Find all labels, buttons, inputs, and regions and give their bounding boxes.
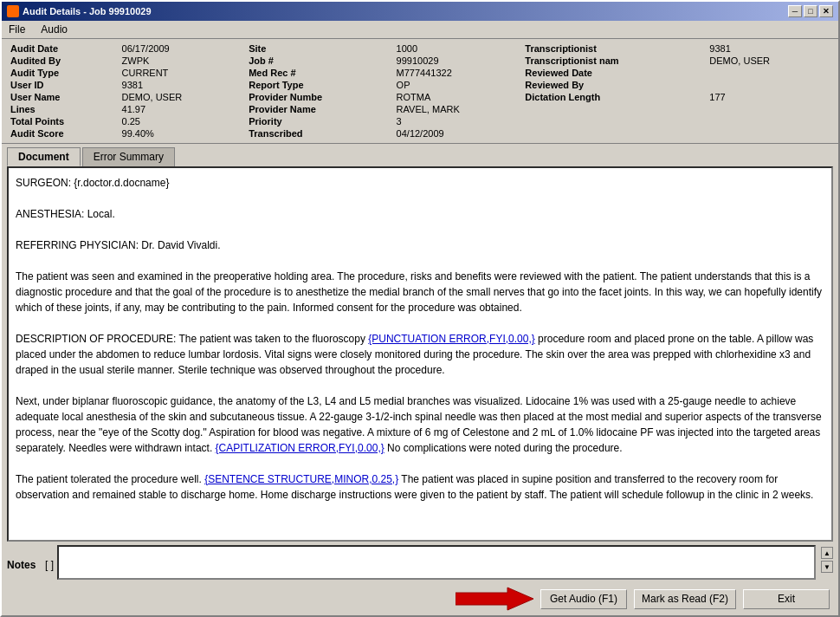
doc-tolerated-start: The patient tolerated the procedure well… — [16, 473, 204, 485]
value-audited-by: ZWPK — [119, 55, 246, 67]
doc-para1: The patient was seen and examined in the… — [16, 270, 822, 314]
label-reviewed-date: Reviewed Date — [521, 67, 706, 79]
label-audit-type: Audit Type — [7, 67, 119, 79]
value-priority: 3 — [393, 115, 522, 127]
label-user-id: User ID — [7, 79, 119, 91]
label-report-type: Report Type — [245, 79, 392, 91]
audit-info: Audit Date 06/17/2009 Site 1000 Transcri… — [2, 39, 838, 144]
doc-referring: REFERRING PHYSICIAN: Dr. David Vivaldi. — [16, 239, 221, 251]
menu-audio[interactable]: Audio — [37, 23, 71, 36]
doc-surgeon-line: SURGEON: {r.doctor.d.docname} — [16, 177, 169, 189]
title-bar-text: Audit Details - Job 99910029 — [7, 5, 152, 17]
label-med-rec: Med Rec # — [245, 67, 392, 79]
value-audit-date: 06/17/2009 — [119, 42, 246, 55]
doc-anesthesia: ANESTHESIA: Local. — [16, 208, 115, 220]
value-transcriptionist: 9381 — [706, 42, 833, 55]
value-med-rec: M777441322 — [393, 67, 522, 79]
tab-error-summary[interactable]: Error Summary — [82, 147, 175, 166]
error-capitalization[interactable]: {CAPITLIZATION ERROR,FYI,0.00,} — [216, 442, 384, 454]
minimize-button[interactable]: ─ — [788, 5, 802, 17]
notes-scroll-down[interactable]: ▼ — [821, 561, 833, 573]
maximize-button[interactable]: □ — [804, 5, 817, 17]
info-row: Audited By ZWPK Job # 99910029 Transcrip… — [7, 55, 833, 67]
error-punctuation[interactable]: {PUNCTUATION ERROR,FYI,0.00,} — [368, 333, 535, 345]
value-transcribed: 04/12/2009 — [393, 127, 522, 140]
window-icon — [7, 5, 19, 17]
label-transcriptionist-name: Transcriptionist nam — [521, 55, 706, 67]
value-audit-type: CURRENT — [119, 67, 246, 79]
title-bar-buttons: ─ □ ✕ — [788, 5, 833, 17]
info-row: Audit Date 06/17/2009 Site 1000 Transcri… — [7, 42, 833, 55]
label-audited-by: Audited By — [7, 55, 119, 67]
notes-bracket: [ ] — [45, 557, 54, 571]
value-reviewed-date — [706, 67, 833, 79]
label-site: Site — [245, 42, 392, 55]
label-provider-name: Provider Name — [245, 103, 392, 115]
notes-textarea[interactable] — [57, 545, 816, 580]
value-total-points: 0.25 — [119, 115, 246, 127]
label-transcriptionist: Transcriptionist — [521, 42, 706, 55]
error-sentence[interactable]: {SENTENCE STRUCTURE,MINOR,0.25,} — [204, 473, 398, 485]
svg-marker-0 — [456, 588, 533, 610]
doc-no-complications: No complications were noted during the p… — [384, 442, 623, 454]
info-row: Lines 41.97 Provider Name RAVEL, MARK — [7, 103, 833, 115]
menu-bar: File Audio — [2, 21, 838, 39]
label-audit-date: Audit Date — [7, 42, 119, 55]
label-transcribed: Transcribed — [245, 127, 392, 140]
value-site: 1000 — [393, 42, 522, 55]
exit-button[interactable]: Exit — [743, 589, 830, 609]
info-table: Audit Date 06/17/2009 Site 1000 Transcri… — [7, 42, 833, 140]
title-bar: Audit Details - Job 99910029 ─ □ ✕ — [2, 2, 838, 21]
value-transcriptionist-name: DEMO, USER — [706, 55, 833, 67]
info-row: Audit Type CURRENT Med Rec # M777441322 … — [7, 67, 833, 79]
info-row: User Name DEMO, USER Provider Numbe ROTM… — [7, 91, 833, 103]
get-audio-button[interactable]: Get Audio (F1) — [540, 589, 627, 609]
value-reviewed-by — [706, 79, 833, 91]
value-provider-name: RAVEL, MARK — [393, 103, 522, 115]
info-row: Audit Score 99.40% Transcribed 04/12/200… — [7, 127, 833, 140]
value-lines: 41.97 — [119, 103, 246, 115]
value-dictation-length: 177 — [706, 91, 833, 103]
label-lines: Lines — [7, 103, 119, 115]
tab-document[interactable]: Document — [7, 147, 81, 166]
label-priority: Priority — [245, 115, 392, 127]
value-job-num: 99910029 — [393, 55, 522, 67]
label-job-num: Job # — [245, 55, 392, 67]
label-audit-score: Audit Score — [7, 127, 119, 140]
info-row: User ID 9381 Report Type OP Reviewed By — [7, 79, 833, 91]
red-arrow-indicator — [456, 586, 533, 612]
notes-label: Notes — [7, 557, 42, 571]
menu-file[interactable]: File — [5, 23, 29, 36]
close-button[interactable]: ✕ — [819, 5, 833, 17]
label-provider-num: Provider Numbe — [245, 91, 392, 103]
value-user-name: DEMO, USER — [119, 91, 246, 103]
value-report-type: OP — [393, 79, 522, 91]
label-total-points: Total Points — [7, 115, 119, 127]
value-audit-score: 99.40% — [119, 127, 246, 140]
bottom-section: Notes [ ] ▲ ▼ Get Audio (F1) Mark as Rea… — [2, 542, 838, 615]
tabs-container: Document Error Summary — [2, 144, 838, 166]
label-user-name: User Name — [7, 91, 119, 103]
label-dictation-length: Dictation Length — [521, 91, 706, 103]
mark-as-read-button[interactable]: Mark as Read (F2) — [634, 589, 736, 609]
document-area[interactable]: SURGEON: {r.doctor.d.docname} ANESTHESIA… — [7, 166, 833, 542]
doc-description-start: DESCRIPTION OF PROCEDURE: The patient wa… — [16, 333, 368, 345]
label-reviewed-by: Reviewed By — [521, 79, 706, 91]
main-window: Audit Details - Job 99910029 ─ □ ✕ File … — [0, 0, 840, 617]
value-provider-num: ROTMA — [393, 91, 522, 103]
document-text: SURGEON: {r.doctor.d.docname} ANESTHESIA… — [16, 175, 824, 503]
value-user-id: 9381 — [119, 79, 246, 91]
info-row: Total Points 0.25 Priority 3 — [7, 115, 833, 127]
notes-scroll-up[interactable]: ▲ — [821, 547, 833, 559]
